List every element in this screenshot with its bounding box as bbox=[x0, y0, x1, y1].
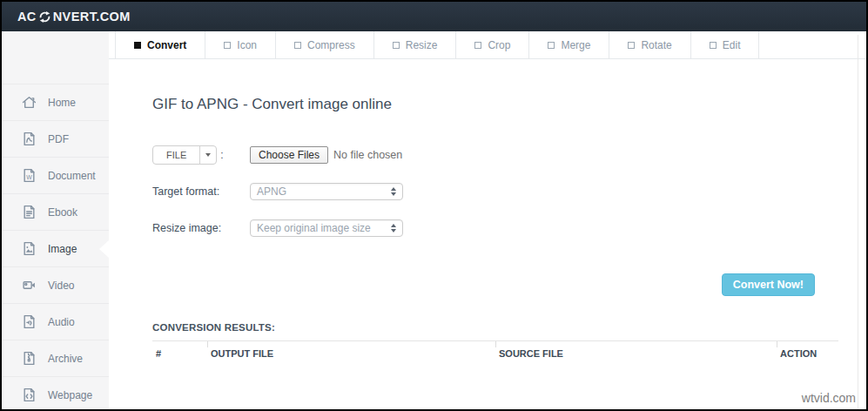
colon-separator: : bbox=[220, 149, 223, 161]
main-area: Convert Icon Compress Resize Crop Merge bbox=[109, 31, 866, 409]
tab-label: Convert bbox=[147, 39, 186, 51]
target-format-row: Target format: APNG bbox=[152, 182, 838, 201]
tab-square-icon bbox=[474, 42, 481, 49]
sidebar-item-label: Image bbox=[48, 243, 77, 255]
choose-files-button[interactable]: Choose Files bbox=[250, 146, 328, 164]
sidebar-item-ebook[interactable]: Ebook bbox=[2, 193, 109, 230]
sidebar-item-image[interactable]: Image bbox=[2, 230, 109, 266]
conversion-results-heading: CONVERSION RESULTS: bbox=[152, 322, 838, 333]
ebook-icon bbox=[22, 205, 37, 219]
sidebar-item-label: Webpage bbox=[48, 389, 92, 401]
column-header-number: # bbox=[152, 341, 207, 365]
tab-label: Crop bbox=[488, 39, 510, 51]
app-window: AC NVERT.COM Home PDF W bbox=[0, 0, 868, 411]
tab-square-icon bbox=[393, 42, 400, 49]
file-source-cell: FILE : bbox=[152, 145, 250, 165]
audio-file-icon bbox=[22, 314, 37, 329]
sidebar-item-document[interactable]: W Document bbox=[2, 157, 109, 193]
sidebar-item-label: Document bbox=[48, 170, 96, 182]
tab-crop[interactable]: Crop bbox=[456, 31, 529, 58]
tab-square-icon bbox=[224, 42, 231, 49]
sidebar-item-label: Ebook bbox=[48, 206, 77, 219]
target-format-value: APNG bbox=[257, 185, 286, 198]
column-header-output-file: OUTPUT FILE bbox=[207, 341, 495, 365]
page-title: GIF to APNG - Convert image online bbox=[152, 96, 838, 113]
convert-arrows-icon bbox=[38, 10, 51, 24]
convert-button-row: Convert Now! bbox=[152, 273, 838, 296]
logo-text-suffix: NVERT.COM bbox=[53, 10, 131, 24]
home-icon bbox=[22, 95, 37, 110]
logo-text-prefix: AC bbox=[17, 10, 37, 24]
watermark-text: wtvid.com bbox=[802, 391, 856, 405]
window-right-divider bbox=[858, 35, 858, 409]
site-logo[interactable]: AC NVERT.COM bbox=[17, 10, 131, 24]
convert-now-button[interactable]: Convert Now! bbox=[722, 273, 815, 296]
tab-label: Rotate bbox=[641, 39, 671, 51]
file-select-row: FILE : Choose Files No file chosen bbox=[152, 145, 838, 165]
content: GIF to APNG - Convert image online FILE … bbox=[109, 96, 866, 364]
resize-image-value: Keep original image size bbox=[257, 222, 371, 234]
tab-bar: Convert Icon Compress Resize Crop Merge bbox=[109, 31, 866, 59]
file-source-label[interactable]: FILE bbox=[153, 146, 199, 164]
tab-label: Icon bbox=[237, 39, 257, 51]
tab-rotate[interactable]: Rotate bbox=[609, 31, 690, 58]
file-source-caret[interactable] bbox=[199, 146, 216, 164]
tab-label: Compress bbox=[307, 39, 355, 51]
select-updown-icon bbox=[391, 224, 396, 232]
tab-edit[interactable]: Edit bbox=[691, 31, 760, 58]
file-source-dropdown[interactable]: FILE bbox=[152, 145, 217, 165]
tab-square-icon bbox=[134, 42, 141, 49]
sidebar-spacer bbox=[2, 31, 109, 84]
sidebar-item-home[interactable]: Home bbox=[2, 84, 109, 120]
archive-zip-icon bbox=[22, 351, 37, 366]
image-file-icon bbox=[22, 241, 37, 256]
target-format-label: Target format: bbox=[152, 185, 250, 198]
chevron-down-icon bbox=[205, 153, 211, 157]
results-header-row: # OUTPUT FILE SOURCE FILE ACTION bbox=[152, 341, 838, 365]
sidebar-item-video[interactable]: Video bbox=[2, 266, 109, 303]
sidebar-item-label: Video bbox=[48, 280, 74, 292]
select-updown-icon bbox=[391, 187, 396, 196]
tab-compress[interactable]: Compress bbox=[276, 31, 374, 58]
no-file-chosen-text: No file chosen bbox=[333, 149, 402, 161]
sidebar-item-archive[interactable]: Archive bbox=[2, 340, 109, 376]
target-format-select[interactable]: APNG bbox=[250, 183, 403, 200]
active-item-notch bbox=[99, 240, 109, 258]
sidebar-item-audio[interactable]: Audio bbox=[2, 303, 109, 340]
tab-square-icon bbox=[548, 42, 555, 49]
tab-label: Merge bbox=[561, 39, 590, 51]
sidebar-item-pdf[interactable]: PDF bbox=[2, 120, 109, 157]
sidebar-item-label: Home bbox=[48, 97, 76, 109]
webpage-code-icon bbox=[22, 387, 37, 402]
file-input: Choose Files No file chosen bbox=[250, 146, 402, 164]
resize-image-row: Resize image: Keep original image size bbox=[152, 219, 838, 238]
tab-merge[interactable]: Merge bbox=[529, 31, 609, 58]
word-document-icon: W bbox=[22, 168, 37, 183]
resize-image-label: Resize image: bbox=[152, 222, 250, 234]
tab-square-icon bbox=[294, 42, 301, 49]
sidebar: Home PDF W Document Ebook Image bbox=[2, 31, 109, 409]
pdf-file-icon bbox=[22, 131, 37, 146]
tab-label: Resize bbox=[406, 39, 438, 51]
sidebar-item-label: PDF bbox=[48, 133, 69, 145]
tab-resize[interactable]: Resize bbox=[374, 31, 457, 58]
resize-image-select[interactable]: Keep original image size bbox=[250, 219, 403, 237]
video-camera-icon bbox=[22, 278, 37, 293]
top-header: AC NVERT.COM bbox=[2, 2, 866, 31]
tab-convert[interactable]: Convert bbox=[115, 31, 205, 58]
svg-text:W: W bbox=[26, 174, 32, 180]
sidebar-item-webpage[interactable]: Webpage bbox=[2, 376, 109, 411]
tab-label: Edit bbox=[723, 39, 741, 51]
sidebar-item-label: Audio bbox=[48, 316, 75, 328]
column-header-action: ACTION bbox=[777, 341, 838, 365]
column-header-source-file: SOURCE FILE bbox=[495, 341, 777, 365]
tab-icon[interactable]: Icon bbox=[205, 31, 276, 58]
tab-square-icon bbox=[710, 42, 717, 49]
tab-square-icon bbox=[628, 42, 635, 49]
sidebar-item-label: Archive bbox=[48, 353, 83, 365]
conversion-results-table: # OUTPUT FILE SOURCE FILE ACTION bbox=[152, 340, 838, 364]
